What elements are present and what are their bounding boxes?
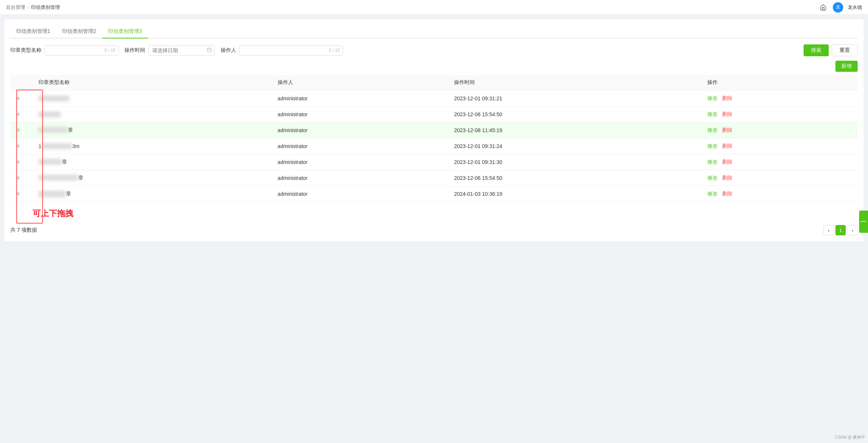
breadcrumb-current: 印信类别管理 <box>31 4 60 11</box>
cell-name: ██████ <box>33 107 272 123</box>
breadcrumb-separator: / <box>27 4 29 10</box>
delete-link[interactable]: 删除 <box>722 127 732 134</box>
col-type-name: 印章类型名称 <box>33 75 272 91</box>
cell-time: 2024-01-03 10:36:19 <box>448 186 701 202</box>
action-bar: 新增 <box>10 61 858 72</box>
drag-tooltip: 可上下拖拽 <box>33 208 858 219</box>
table-wrap: 印章类型名称 操作人 操作时间 操作 ≡████ ████administrat… <box>10 75 858 202</box>
delete-link[interactable]: 删除 <box>722 143 732 150</box>
cell-operator: administrator <box>272 154 448 170</box>
drag-handle[interactable]: ≡ <box>16 143 20 149</box>
delete-link[interactable]: 删除 <box>722 95 732 102</box>
date-input[interactable] <box>148 45 215 56</box>
tab-1[interactable]: 印信类别管理1 <box>10 25 56 38</box>
type-name-field: 印章类型名称 0 / 15 <box>10 45 118 56</box>
user-name[interactable]: 龙永德 <box>848 4 862 11</box>
reset-button[interactable]: 重置 <box>832 44 858 56</box>
blurred-name: ██人████ <box>39 191 66 197</box>
page-prev-btn[interactable]: ‹ <box>824 225 834 235</box>
cell-actions: 修改 删除 <box>701 138 858 154</box>
edit-link[interactable]: 修改 <box>707 175 718 181</box>
operator-time-label: 操作时间 <box>124 47 145 54</box>
edit-link[interactable]: 修改 <box>707 191 718 197</box>
tabs: 印信类别管理1 印信类别管理2 印信类别管理3 <box>10 25 858 38</box>
operator-time-field: 操作时间 <box>124 45 215 56</box>
col-time: 操作时间 <box>448 75 701 91</box>
cell-operator: administrator <box>272 123 448 138</box>
table-row: ≡████████章administrator2023-12-08 11:45:… <box>10 123 858 138</box>
data-table: 印章类型名称 操作人 操作时间 操作 ≡████ ████administrat… <box>10 75 858 202</box>
tab-3[interactable]: 印信类别管理3 <box>102 25 148 38</box>
operator-input[interactable] <box>239 45 343 56</box>
type-name-label: 印章类型名称 <box>10 47 41 54</box>
operator-field: 操作人 0 / 15 <box>221 45 343 56</box>
cell-time: 2023-12-06 15:54:50 <box>448 107 701 123</box>
drag-handle[interactable]: ≡ <box>16 191 20 197</box>
search-button[interactable]: 搜索 <box>804 44 829 56</box>
tab-2[interactable]: 印信类别管理2 <box>56 25 102 38</box>
cell-time: 2023-12-01 09:31:21 <box>448 91 701 107</box>
cell-time: 2023-12-01 09:31:30 <box>448 154 701 170</box>
delete-link[interactable]: 删除 <box>722 111 732 118</box>
table-row: ≡██人████章administrator2024-01-03 10:36:1… <box>10 186 858 202</box>
cell-time: 2023-12-08 11:45:19 <box>448 123 701 138</box>
cell-operator: administrator <box>272 170 448 186</box>
cell-name: ████████章 <box>33 123 272 138</box>
main-wrap: 印信类别管理1 印信类别管理2 印信类别管理3 印章类型名称 0 / 15 操作… <box>0 15 868 246</box>
blurred-name: ██████ <box>39 111 61 117</box>
right-float-icon: ⟨ <box>859 220 868 223</box>
delete-link[interactable]: 删除 <box>722 191 732 197</box>
date-input-wrap <box>148 45 215 56</box>
cell-actions: 修改 删除 <box>701 154 858 170</box>
cell-operator: administrator <box>272 91 448 107</box>
page-1-btn[interactable]: 1 <box>835 225 846 235</box>
cell-actions: 修改 删除 <box>701 186 858 202</box>
table-row: ≡████ ████ ██章administrator2023-12-06 15… <box>10 170 858 186</box>
search-actions: 搜索 重置 <box>804 44 858 56</box>
drag-handle[interactable]: ≡ <box>16 95 20 101</box>
edit-link[interactable]: 修改 <box>707 111 718 118</box>
cell-operator: administrator <box>272 138 448 154</box>
table-body: ≡████ ████administrator2023-12-01 09:31:… <box>10 91 858 202</box>
cell-operator: administrator <box>272 107 448 123</box>
blurred-name: ████ ████ ██ <box>39 175 78 181</box>
home-icon[interactable] <box>818 2 828 13</box>
cell-name: ██人████章 <box>33 186 272 202</box>
pagination: ‹ 1 › <box>824 225 858 235</box>
page-next-btn[interactable]: › <box>847 225 858 235</box>
delete-link[interactable]: 删除 <box>722 159 732 165</box>
breadcrumb-home[interactable]: 后台管理 <box>6 4 25 11</box>
avatar: 龙 <box>833 2 843 13</box>
cell-operator: administrator <box>272 186 448 202</box>
col-operator: 操作人 <box>272 75 448 91</box>
edit-link[interactable]: 修改 <box>707 143 718 150</box>
top-bar-right: 龙 龙永德 <box>818 2 862 13</box>
cell-name: ████ ████ <box>33 91 272 107</box>
drag-handle[interactable]: ≡ <box>16 159 20 165</box>
right-float-button[interactable]: ⟨ <box>859 211 868 233</box>
search-bar: 印章类型名称 0 / 15 操作时间 <box>10 44 858 56</box>
table-footer: 共 7 项数据 ‹ 1 › <box>10 222 858 235</box>
blurred-name: ████ ████ <box>41 143 72 149</box>
type-name-input[interactable] <box>44 45 118 56</box>
total-count: 共 7 项数据 <box>10 227 37 234</box>
cell-actions: 修改 删除 <box>701 123 858 138</box>
edit-link[interactable]: 修改 <box>707 159 718 165</box>
table-row: ≡████ ██章administrator2023-12-01 09:31:3… <box>10 154 858 170</box>
type-name-input-wrap: 0 / 15 <box>44 45 118 56</box>
new-button[interactable]: 新增 <box>835 61 858 72</box>
operator-input-wrap: 0 / 15 <box>239 45 343 56</box>
edit-link[interactable]: 修改 <box>707 127 718 134</box>
cell-name: ████ ██章 <box>33 154 272 170</box>
drag-handle[interactable]: ≡ <box>16 175 20 181</box>
top-bar: 后台管理 / 印信类别管理 龙 龙永德 <box>0 0 868 15</box>
breadcrumb: 后台管理 / 印信类别管理 <box>6 4 60 11</box>
drag-handle[interactable]: ≡ <box>16 127 20 133</box>
operator-label: 操作人 <box>221 47 236 54</box>
edit-link[interactable]: 修改 <box>707 95 718 102</box>
cell-actions: 修改 删除 <box>701 170 858 186</box>
cell-actions: 修改 删除 <box>701 107 858 123</box>
cell-time: 2023-12-06 15:54:50 <box>448 170 701 186</box>
delete-link[interactable]: 删除 <box>722 175 732 181</box>
drag-handle[interactable]: ≡ <box>16 111 20 117</box>
